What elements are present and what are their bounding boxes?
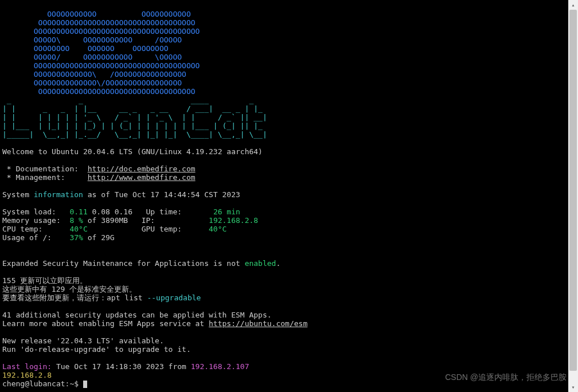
sysinfo-post: as of Tue Oct 17 14:44:54 CST 2023 [83, 190, 240, 199]
sysinfo-word: information [34, 190, 83, 199]
scroll-thumb[interactable] [569, 10, 577, 371]
last-login-label: Last login: [2, 362, 52, 371]
mgmt-label: * Management: [2, 173, 88, 182]
root-label: Usage of /: [2, 233, 69, 242]
prompt-suffix: $ [74, 379, 83, 388]
updates-line-3-opt: --upgradable [147, 293, 201, 302]
gpu-label: GPU temp: [88, 225, 209, 233]
ascii-art-top-3: OOOOO\ OOOOOOOOOOO /OOOOO [2, 36, 182, 44]
ascii-art-top-0: OOOOOOOOOOO OOOOOOOOOOO [2, 10, 191, 18]
esm-pre: Expanded Security Maintenance for Applic… [2, 259, 245, 268]
uptime-value: 26 min [213, 207, 240, 216]
release-line-2: Run 'do-release-upgrade' to upgrade to i… [2, 345, 191, 354]
doc-link[interactable]: http://doc.embedfire.com [88, 164, 196, 173]
release-line-1: New release '22.04.3 LTS' available. [2, 336, 164, 345]
welcome-line: Welcome to Ubuntu 20.04.6 LTS (GNU/Linux… [2, 147, 263, 156]
ascii-logo-3: | |___ | |_| | | |_) | | (_| | | | | | |… [2, 121, 263, 130]
ip-value: 192.168.2.8 [209, 216, 258, 225]
gpu-value: 40°C [209, 225, 226, 233]
sysinfo-pre: System [2, 190, 34, 199]
updates-line-3-pre: 要查看这些附加更新，请运行：apt list [2, 293, 147, 302]
cpu-label: CPU temp: [2, 225, 69, 233]
vertical-scrollbar[interactable]: ▴ ▾ [568, 0, 578, 392]
scroll-up-button[interactable]: ▴ [568, 0, 578, 10]
esm-apps-line-1: 41 additional security updates can be ap… [2, 311, 272, 319]
ascii-logo-4: |_____| \__,_| |_.__/ \__,_| |_| |_| \__… [2, 130, 267, 139]
uptime-label: Up time: [132, 207, 213, 216]
motd-ip: 192.168.2.8 [2, 371, 52, 379]
last-login-rest: Tue Oct 17 14:18:30 2023 from [52, 362, 191, 371]
updates-line-2: 这些更新中有 129 个是标准安全更新。 [2, 285, 136, 293]
esm-word: enabled [245, 259, 276, 268]
ascii-logo-0: _ _ ____ _ [2, 96, 253, 104]
mem-value: 8 % [69, 216, 83, 225]
mgmt-link[interactable]: http://www.embedfire.com [88, 173, 196, 182]
doc-label: * Documentation: [2, 164, 88, 173]
ascii-art-top-5: OOOOO/ OOOOOOOOOOO \OOOOO [2, 53, 182, 61]
ascii-art-top-7: OOOOOOOOOOOOO\ /OOOOOOOOOOOOOOOO [2, 70, 186, 79]
ip-label: IP: [128, 216, 209, 225]
ascii-logo-2: | | | | | | | '_ \ / _` | | '_ \ | | / _… [2, 113, 267, 121]
load-value: 0.11 [69, 207, 87, 216]
ascii-art-top-1: OOOOOOOOOOOOOOOOOOOOOOOOOOOOOOOOOOO [2, 18, 196, 27]
updates-line-1: 155 更新可以立即应用。 [2, 276, 87, 285]
scroll-down-button[interactable]: ▾ [568, 382, 578, 392]
root-value: 37% [69, 233, 83, 242]
load-rest: 0.08 0.16 [88, 207, 132, 216]
terminal-output[interactable]: OOOOOOOOOOO OOOOOOOOOOO OOOOOOOOOOOOOOOO… [0, 0, 567, 392]
ascii-art-top-8: OOOOOOOOOOOOOO\/OOOOOOOOOOOOOOOOO [2, 79, 182, 87]
prompt-user: cheng@lubancat [2, 379, 65, 388]
ascii-art-top-4: OOOOOOOO OOOOOO OOOOOOOO [2, 44, 169, 53]
ascii-art-top-6: OOOOOOOOOOOOOOOOOOOOOOOOOOOOOOOOOOOOO [2, 61, 200, 70]
esm-apps-line-2-pre: Learn more about enabling ESM Apps servi… [2, 319, 209, 328]
esm-post: . [276, 259, 280, 268]
mem-rest: of 3890MB [83, 216, 128, 225]
ascii-art-top-2: OOOOOOOOOOOOOOOOOOOOOOOOOOOOOOOOOOOOO [2, 27, 200, 36]
root-rest: of 29G [83, 233, 115, 242]
mem-label: Memory usage: [2, 216, 69, 225]
esm-apps-link[interactable]: https://ubuntu.com/esm [209, 319, 307, 328]
cpu-value: 40°C [69, 225, 87, 233]
ascii-art-top-9: OOOOOOOOOOOOOOOOOOOOOOOOOOOOOOOOOOO [2, 87, 196, 96]
load-label: System load: [2, 207, 69, 216]
ascii-logo-1: | | _ _ | |__ __ _ _ __ / ___| __ _ | |_ [2, 104, 263, 113]
scroll-track[interactable] [568, 10, 578, 382]
cursor-icon[interactable] [83, 381, 87, 388]
last-login-ip: 192.168.2.107 [191, 362, 249, 371]
